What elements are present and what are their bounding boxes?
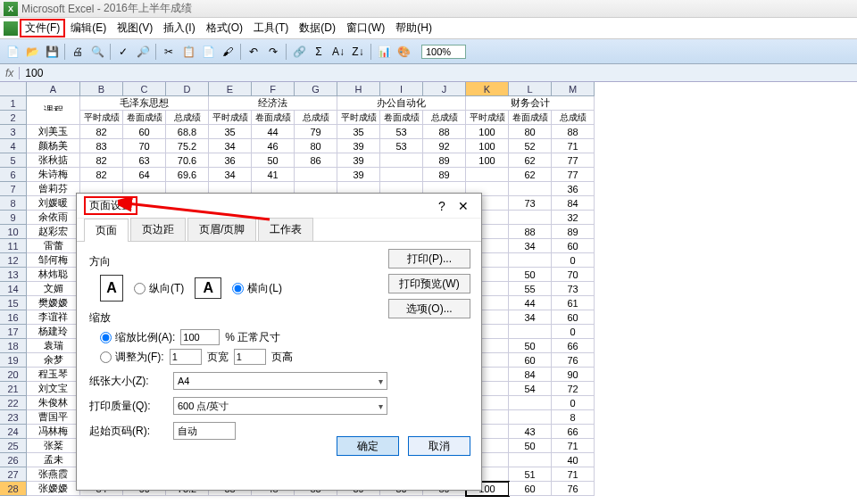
select-all-corner[interactable] [0,82,27,96]
cell[interactable]: 60 [552,239,595,253]
row-header[interactable]: 3 [0,125,27,139]
tab-sheet[interactable]: 工作表 [258,218,313,241]
first-page-input[interactable] [173,422,236,440]
cell[interactable]: 89 [552,225,595,239]
cell[interactable]: 66 [552,425,595,439]
cell[interactable]: 总成绩 [295,111,337,125]
cell[interactable]: 39 [337,168,380,182]
col-header-G[interactable]: G [295,82,337,96]
cell[interactable]: 100 [466,153,509,168]
cell[interactable]: 53 [380,139,423,153]
row-header[interactable]: 8 [0,196,27,211]
cell[interactable] [295,168,337,182]
dialog-help-button[interactable]: ? [431,197,453,215]
cell[interactable]: 89 [423,168,466,182]
row-header[interactable]: 26 [0,453,27,467]
row-header[interactable]: 9 [0,211,27,225]
cell[interactable]: 54 [509,382,552,396]
cell[interactable]: 张嫒嫒 [27,482,80,496]
row-header[interactable]: 12 [0,253,27,268]
cell[interactable]: 杨建玲 [27,325,80,339]
dialog-close-button[interactable]: ✕ [453,197,474,215]
cell[interactable]: 100 [466,139,509,153]
portrait-radio[interactable]: 纵向(T) [134,281,184,296]
cell[interactable]: 92 [423,139,466,153]
group-header[interactable]: 经济法 [209,96,337,111]
ok-button[interactable]: 确定 [337,436,399,456]
fit-height-input[interactable] [234,349,266,365]
cell[interactable]: 余梦 [27,353,80,368]
col-header-B[interactable]: B [80,82,123,96]
cell[interactable]: 孟未 [27,453,80,467]
row-header[interactable]: 21 [0,382,27,396]
cell[interactable] [466,168,509,182]
cell[interactable]: 50 [509,339,552,353]
col-header-C[interactable]: C [123,82,166,96]
menu-edit[interactable]: 编辑(E) [65,19,112,37]
cell[interactable]: 69.6 [166,168,209,182]
cell[interactable]: 34 [509,239,552,253]
cell[interactable]: 林炜聪 [27,268,80,282]
col-header-F[interactable]: F [252,82,295,96]
cell[interactable]: 34 [509,310,552,325]
hyperlink-button[interactable]: 🔗 [290,43,308,61]
cell[interactable]: 平时成绩 [337,111,380,125]
row-header[interactable]: 10 [0,225,27,239]
cell[interactable]: 82 [80,125,123,139]
sort-asc-button[interactable]: A↓ [329,43,347,61]
cell[interactable] [509,410,552,425]
redo-button[interactable]: ↷ [264,43,282,61]
cell[interactable]: 张棻 [27,439,80,453]
cell[interactable]: 71 [552,139,595,153]
cell[interactable]: 84 [509,368,552,382]
row-header[interactable]: 17 [0,325,27,339]
cell[interactable]: 43 [509,425,552,439]
formula-input[interactable]: 100 [20,67,857,79]
row-header[interactable]: 20 [0,368,27,382]
new-button[interactable]: 📄 [4,43,21,61]
cell[interactable]: 71 [552,467,595,482]
chart-button[interactable]: 📊 [375,43,393,61]
row-header[interactable]: 11 [0,239,27,253]
cell[interactable]: 46 [252,139,295,153]
research-button[interactable]: 🔎 [134,43,152,61]
cell[interactable]: 卷面成绩 [252,111,295,125]
tab-page[interactable]: 页面 [84,219,129,242]
row-header-2[interactable]: 2 [0,111,27,125]
row-header[interactable]: 27 [0,467,27,482]
cell[interactable]: 34 [209,139,252,153]
row-header[interactable]: 14 [0,282,27,296]
cell[interactable] [27,111,80,125]
save-button[interactable]: 💾 [43,43,61,61]
spell-button[interactable]: ✓ [114,43,132,61]
cell[interactable]: 袁瑞 [27,339,80,353]
cell[interactable]: 总成绩 [423,111,466,125]
cell[interactable]: 60 [509,482,552,496]
cell[interactable]: 70 [552,268,595,282]
cell[interactable]: 70 [123,139,166,153]
format-painter-button[interactable]: 🖌 [219,43,237,61]
menu-data[interactable]: 数据(D) [294,19,341,37]
cell[interactable]: 71 [552,439,595,453]
cell[interactable]: 0 [552,325,595,339]
cell[interactable]: 77 [552,153,595,168]
cell[interactable]: 89 [423,153,466,168]
row-header[interactable]: 25 [0,439,27,453]
row-header[interactable]: 22 [0,396,27,410]
cell[interactable]: 100 [466,125,509,139]
cell[interactable]: 53 [380,125,423,139]
cell[interactable]: 63 [123,153,166,168]
cell[interactable]: 张秋掂 [27,153,80,168]
preview-button[interactable]: 🔍 [88,43,106,61]
row-header[interactable]: 24 [0,425,27,439]
cell[interactable]: 77 [552,168,595,182]
tab-margins[interactable]: 页边距 [130,218,186,241]
tab-header-footer[interactable]: 页眉/页脚 [187,218,256,241]
row-header[interactable]: 13 [0,268,27,282]
cell[interactable]: 55 [509,282,552,296]
row-header[interactable]: 6 [0,168,27,182]
col-header-E[interactable]: E [209,82,252,96]
cell[interactable]: 61 [552,296,595,310]
menu-window[interactable]: 窗口(W) [341,19,390,37]
row-header-1[interactable]: 1 [0,96,27,111]
